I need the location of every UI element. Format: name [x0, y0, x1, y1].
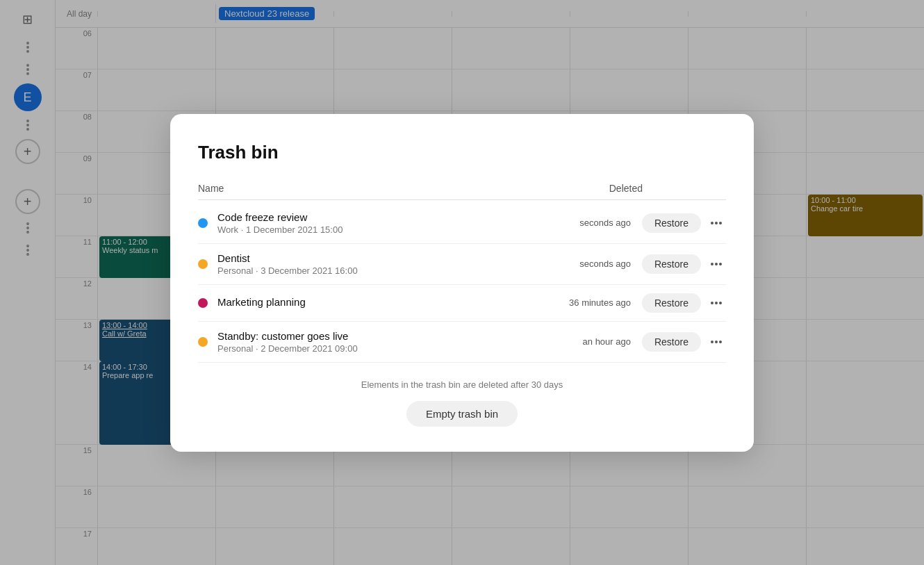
item-time-code-freeze: seconds ago [579, 218, 631, 228]
more-button-marketing[interactable] [707, 299, 726, 307]
trash-item-marketing: Marketing planning 36 minutes ago Restor… [198, 285, 726, 322]
more-dot-3 [719, 222, 722, 224]
restore-button-dentist[interactable]: Restore [642, 254, 701, 274]
item-name-code-freeze: Code freeze review [217, 211, 579, 223]
item-sub-dentist: Personal · 3 December 2021 16:00 [217, 265, 579, 276]
item-info-code-freeze: Code freeze review Work · 1 December 202… [217, 211, 579, 235]
col-name-header: Name [198, 183, 224, 194]
item-info-marketing: Marketing planning [217, 296, 569, 309]
modal-footer-text: Elements in the trash bin are deleted af… [198, 379, 726, 390]
col-deleted-header: Deleted [609, 183, 643, 194]
item-time-marketing: 36 minutes ago [569, 297, 631, 308]
more-dot-8 [715, 302, 718, 304]
more-dot-1 [711, 222, 713, 224]
item-sub-code-freeze: Work · 1 December 2021 15:00 [217, 224, 579, 235]
table-header: Name Deleted [198, 183, 726, 200]
item-dot-standby [198, 337, 208, 347]
more-dot-5 [715, 263, 718, 265]
more-dot-12 [719, 341, 722, 343]
restore-button-marketing[interactable]: Restore [642, 293, 701, 313]
trash-item-code-freeze: Code freeze review Work · 1 December 202… [198, 203, 726, 244]
more-dot-2 [715, 222, 718, 224]
item-time-dentist: seconds ago [579, 259, 631, 269]
modal-overlay: Trash bin Name Deleted Code freeze revie… [0, 0, 924, 565]
trash-bin-modal: Trash bin Name Deleted Code freeze revie… [170, 114, 754, 452]
more-dot-4 [711, 263, 713, 265]
empty-trash-button[interactable]: Empty trash bin [406, 401, 518, 427]
modal-title: Trash bin [198, 142, 726, 163]
item-name-standby: Standby: customer goes live [217, 330, 583, 342]
item-dot-code-freeze [198, 218, 208, 228]
more-dot-6 [719, 263, 722, 265]
item-info-dentist: Dentist Personal · 3 December 2021 16:00 [217, 252, 579, 276]
more-button-code-freeze[interactable] [707, 219, 726, 227]
more-dot-7 [711, 302, 713, 304]
item-time-standby: an hour ago [583, 336, 631, 347]
trash-item-dentist: Dentist Personal · 3 December 2021 16:00… [198, 244, 726, 285]
item-dot-dentist [198, 259, 208, 269]
trash-item-standby: Standby: customer goes live Personal · 2… [198, 322, 726, 363]
restore-button-code-freeze[interactable]: Restore [642, 213, 701, 233]
more-button-dentist[interactable] [707, 260, 726, 268]
more-dot-10 [711, 341, 713, 343]
more-dot-9 [719, 302, 722, 304]
item-name-marketing: Marketing planning [217, 296, 569, 308]
item-sub-standby: Personal · 2 December 2021 09:00 [217, 343, 583, 354]
item-info-standby: Standby: customer goes live Personal · 2… [217, 330, 583, 354]
item-dot-marketing [198, 298, 208, 308]
restore-button-standby[interactable]: Restore [642, 332, 701, 352]
item-name-dentist: Dentist [217, 252, 579, 264]
more-dot-11 [715, 341, 718, 343]
more-button-standby[interactable] [707, 338, 726, 346]
